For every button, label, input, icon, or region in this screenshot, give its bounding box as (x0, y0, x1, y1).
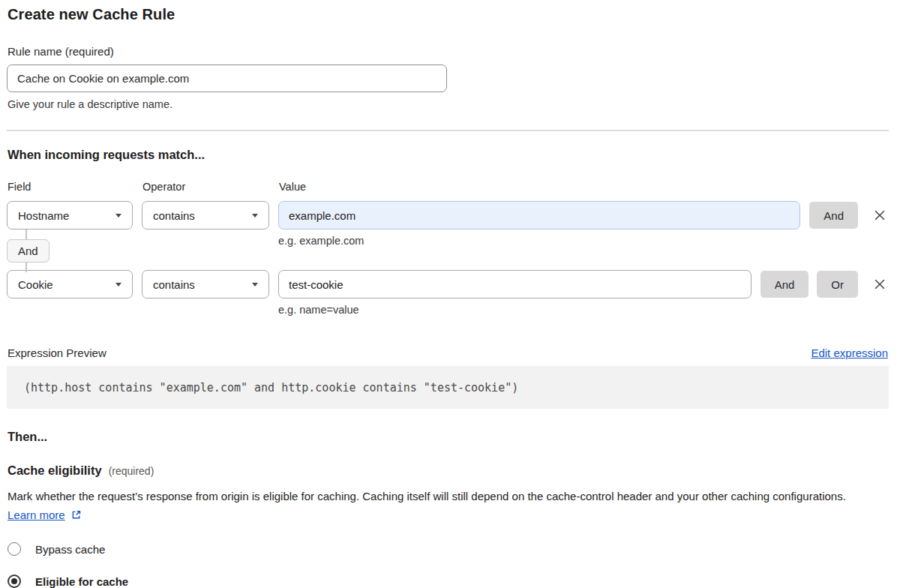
value-input-2[interactable] (278, 270, 752, 298)
operator-column-label: Operator (142, 181, 270, 193)
value-hint-1: e.g. example.com (278, 235, 800, 247)
bypass-cache-label: Bypass cache (35, 543, 105, 556)
create-cache-rule-page: Create new Cache Rule Rule name (require… (0, 0, 900, 588)
chevron-down-icon (116, 283, 122, 286)
connector-and-badge[interactable]: And (7, 239, 50, 262)
cache-eligibility-description: Mark whether the request’s response from… (8, 488, 878, 524)
eligible-for-cache-option[interactable]: Eligible for cache (8, 574, 889, 588)
condition-column-labels: Field Operator Value (8, 181, 889, 193)
remove-condition-button-1[interactable] (871, 201, 889, 230)
learn-more-link[interactable]: Learn more (8, 508, 65, 521)
operator-select-1-value: contains (153, 209, 195, 222)
field-select-1[interactable]: Hostname (7, 201, 133, 230)
operator-select-2-value: contains (153, 278, 195, 291)
and-button-2[interactable]: And (760, 271, 809, 298)
rule-name-input[interactable] (7, 64, 447, 92)
condition-row-2: Cookie contains e.g. name=value And Or (7, 270, 889, 316)
bypass-cache-option[interactable]: Bypass cache (8, 542, 889, 556)
condition-connector: And (7, 230, 67, 272)
field-select-2[interactable]: Cookie (7, 270, 133, 298)
chevron-down-icon (252, 214, 258, 218)
remove-condition-button-2[interactable] (871, 270, 889, 298)
value-group-2: e.g. name=value (278, 270, 752, 316)
cache-eligibility-title: Cache eligibility (8, 464, 102, 478)
condition-row-1: Hostname contains e.g. example.com And (7, 201, 889, 247)
or-button-2[interactable]: Or (817, 271, 858, 298)
radio-selected-icon[interactable] (8, 574, 21, 588)
value-input-1[interactable] (278, 201, 800, 230)
expression-preview-label: Expression Preview (8, 346, 106, 359)
value-hint-2: e.g. name=value (278, 304, 752, 316)
required-tag: (required) (109, 465, 154, 477)
external-link-icon (70, 509, 82, 520)
condition-rows: Hostname contains e.g. example.com And (7, 201, 889, 316)
and-button-1[interactable]: And (809, 202, 858, 229)
expression-header: Expression Preview Edit expression (8, 346, 888, 359)
chevron-down-icon (116, 214, 122, 218)
page-title: Create new Cache Rule (8, 6, 889, 23)
section-divider (7, 130, 889, 131)
cache-eligibility-heading: Cache eligibility (required) (8, 464, 889, 478)
field-select-2-value: Cookie (18, 278, 53, 291)
edit-expression-link[interactable]: Edit expression (811, 346, 888, 359)
logic-buttons-1: And (809, 201, 858, 229)
description-text: Mark whether the request’s response from… (8, 490, 846, 502)
rule-name-help: Give your rule a descriptive name. (8, 98, 889, 110)
radio-unselected-icon[interactable] (8, 542, 21, 556)
field-select-1-value: Hostname (18, 209, 69, 222)
value-group-1: e.g. example.com (278, 201, 800, 247)
chevron-down-icon (252, 283, 258, 286)
expression-preview-code: (http.host contains "example.com" and ht… (7, 366, 889, 409)
match-heading: When incoming requests match... (8, 148, 889, 162)
close-icon (873, 208, 886, 222)
operator-select-1[interactable]: contains (142, 201, 269, 230)
close-icon (873, 278, 886, 291)
then-heading: Then... (8, 430, 889, 444)
operator-select-2[interactable]: contains (142, 270, 269, 298)
field-column-label: Field (8, 181, 134, 193)
eligible-for-cache-label: Eligible for cache (35, 575, 128, 588)
value-column-label: Value (279, 181, 889, 193)
rule-name-label: Rule name (required) (8, 45, 889, 58)
logic-buttons-2: And Or (760, 270, 858, 298)
